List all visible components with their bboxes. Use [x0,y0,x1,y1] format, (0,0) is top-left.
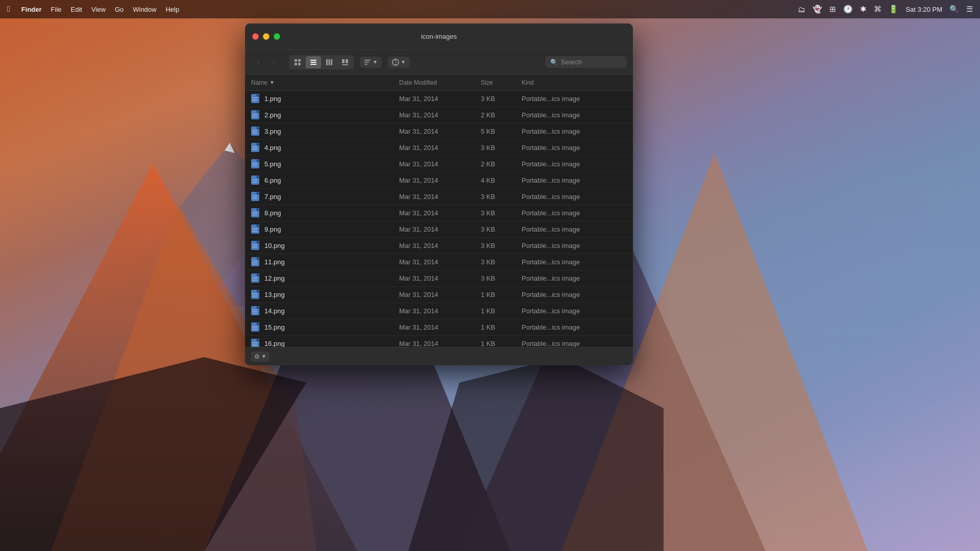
menu-help[interactable]: Help [165,6,179,13]
cover-flow-view-button[interactable] [337,56,353,68]
name-column-header[interactable]: Name ▼ [245,74,393,90]
search-input[interactable] [561,58,622,66]
table-row[interactable]: 8.png Mar 31, 2014 3 KB Portable...ics i… [245,205,633,221]
file-kind: Portable...ics image [516,144,633,152]
file-size: 3 KB [475,193,516,201]
time-machine-icon[interactable]: 🕐 [843,5,853,14]
table-row[interactable]: 3.png Mar 31, 2014 5 KB Portable...ics i… [245,123,633,140]
forward-button[interactable]: › [266,55,281,69]
table-row[interactable]: 6.png Mar 31, 2014 4 KB Portable...ics i… [245,172,633,189]
menu-window[interactable]: Window [133,6,156,13]
app-name[interactable]: Finder [21,6,42,13]
menu-view[interactable]: View [91,6,106,13]
file-icon [251,306,260,316]
file-size: 3 KB [475,144,516,152]
file-kind: Portable...ics image [516,274,633,282]
file-icon [251,241,260,251]
file-kind: Portable...ics image [516,209,633,217]
svg-rect-21 [329,59,330,65]
finder-icon[interactable]: 🗂 [798,5,805,14]
file-size: 2 KB [475,111,516,119]
menu-go[interactable]: Go [115,6,124,13]
file-size: 5 KB [475,128,516,135]
svg-rect-13 [295,59,297,62]
table-row[interactable]: 14.png Mar 31, 2014 1 KB Portable...ics … [245,303,633,319]
bluetooth-icon[interactable]: ✱ [860,5,867,14]
file-size: 3 KB [475,258,516,266]
table-row[interactable]: 2.png Mar 31, 2014 2 KB Portable...ics i… [245,107,633,123]
file-name: 8.png [264,209,281,217]
menu-edit[interactable]: Edit [71,6,82,13]
apple-menu[interactable]:  [7,5,10,14]
list-view-button[interactable] [306,56,321,68]
file-kind: Portable...ics image [516,307,633,315]
traffic-lights [252,33,280,40]
table-row[interactable]: 12.png Mar 31, 2014 3 KB Portable...ics … [245,270,633,287]
file-date: Mar 31, 2014 [393,226,475,233]
view-mode-buttons [289,55,354,69]
svg-rect-22 [331,59,332,65]
svg-point-32 [395,64,396,65]
table-row[interactable]: 16.png Mar 31, 2014 1 KB Portable...ics … [245,336,633,347]
file-name: 12.png [264,274,285,282]
table-row[interactable]: 13.png Mar 31, 2014 1 KB Portable...ics … [245,287,633,303]
file-size: 3 KB [475,209,516,217]
nav-buttons: ‹ › [251,55,281,69]
file-date: Mar 31, 2014 [393,307,475,315]
file-size: 3 KB [475,226,516,233]
file-kind: Portable...ics image [516,226,633,233]
maximize-button[interactable] [274,33,280,40]
wifi-icon[interactable]: ⌘ [874,5,881,14]
close-button[interactable] [252,33,259,40]
file-date: Mar 31, 2014 [393,274,475,282]
table-row[interactable]: 1.png Mar 31, 2014 3 KB Portable...ics i… [245,91,633,107]
icon-view-button[interactable] [290,56,305,68]
notification-center-icon[interactable]: ☰ [966,5,973,14]
table-row[interactable]: 10.png Mar 31, 2014 3 KB Portable...ics … [245,238,633,254]
table-row[interactable]: 11.png Mar 31, 2014 3 KB Portable...ics … [245,254,633,270]
file-kind: Portable...ics image [516,193,633,201]
svg-rect-17 [310,60,316,61]
size-column-header[interactable]: Size [475,74,516,90]
file-date: Mar 31, 2014 [393,340,475,347]
action-button[interactable]: ▼ [388,57,410,68]
ghost-icon[interactable]: 👻 [813,5,822,14]
svg-point-30 [395,60,396,61]
search-icon: 🔍 [550,59,558,66]
file-name: 16.png [264,340,285,347]
file-date: Mar 31, 2014 [393,160,475,168]
clock: Sat 3:20 PM [905,6,942,13]
file-date: Mar 31, 2014 [393,177,475,184]
file-list[interactable]: 1.png Mar 31, 2014 3 KB Portable...ics i… [245,91,633,347]
date-column-header[interactable]: Date Modified [393,74,475,90]
file-name: 9.png [264,226,281,233]
file-name-cell: 3.png [245,127,393,137]
battery-icon[interactable]: 🔋 [889,5,898,14]
table-row[interactable]: 15.png Mar 31, 2014 1 KB Portable...ics … [245,319,633,336]
svg-rect-14 [298,59,301,62]
file-name: 10.png [264,242,285,249]
status-action-button[interactable]: ⚙ ▼ [251,352,270,362]
file-date: Mar 31, 2014 [393,209,475,217]
file-kind: Portable...ics image [516,242,633,249]
table-row[interactable]: 7.png Mar 31, 2014 3 KB Portable...ics i… [245,189,633,205]
sort-button[interactable]: ▼ [360,57,382,68]
grid-icon[interactable]: ⊞ [829,5,836,14]
menu-file[interactable]: File [51,6,62,13]
file-kind: Portable...ics image [516,160,633,168]
minimize-button[interactable] [263,33,270,40]
kind-column-header[interactable]: Kind [516,74,633,90]
toolbar: ‹ › [245,50,633,74]
back-button[interactable]: ‹ [251,55,265,69]
table-row[interactable]: 5.png Mar 31, 2014 2 KB Portable...ics i… [245,156,633,172]
column-view-button[interactable] [322,56,337,68]
file-icon [251,94,260,104]
file-name-cell: 14.png [245,306,393,316]
svg-rect-19 [310,64,316,65]
table-row[interactable]: 4.png Mar 31, 2014 3 KB Portable...ics i… [245,140,633,156]
table-row[interactable]: 9.png Mar 31, 2014 3 KB Portable...ics i… [245,221,633,238]
file-name-cell: 15.png [245,322,393,333]
file-name-cell: 7.png [245,192,393,202]
file-kind: Portable...ics image [516,128,633,135]
spotlight-icon[interactable]: 🔍 [949,5,959,14]
